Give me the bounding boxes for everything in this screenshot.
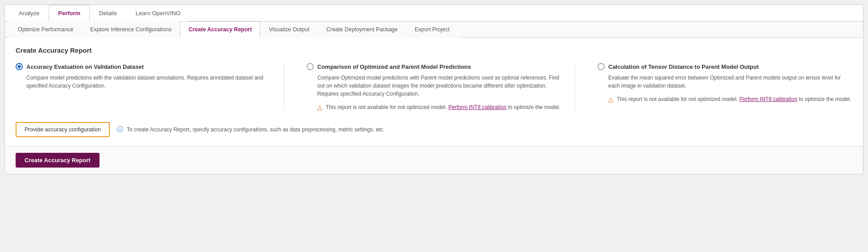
warning-link-2[interactable]: Perform INT8 calibration — [449, 104, 507, 110]
subtab-optimize-performance[interactable]: Optimize Performance — [9, 21, 82, 38]
subtab-export-project[interactable]: Export Project — [406, 21, 458, 38]
warning-text3-part2: to optimize the model. — [797, 96, 851, 102]
warning-text-2: This report is not available for not opt… — [326, 103, 561, 111]
option-header-3: Calculation of Tensor Distance to Parent… — [598, 63, 852, 70]
warning-box-3: △ This report is not available for not o… — [598, 95, 852, 103]
option-title-3: Calculation of Tensor Distance to Parent… — [608, 63, 759, 70]
warning-text2-part1: This report is not available for not opt… — [326, 104, 449, 110]
warning-box-2: △ This report is not available for not o… — [307, 103, 561, 111]
option-desc-1: Compare model predictions with the valid… — [16, 74, 270, 90]
radio-option-2[interactable] — [307, 63, 314, 70]
page-title: Create Accuracy Report — [16, 46, 852, 54]
option-desc-3: Evaluate the mean squared error between … — [598, 74, 852, 90]
warning-text3-part1: This report is not available for not opt… — [617, 96, 739, 102]
info-row: ⓘ To create Accuracy Report, specify acc… — [117, 126, 385, 134]
tab-learn-openvino[interactable]: Learn OpenVINO — [126, 5, 190, 21]
top-tab-bar: Analyze Perform Details Learn OpenVINO — [5, 5, 863, 21]
option-header-2: Comparison of Optimized and Parent Model… — [307, 63, 561, 70]
option-header-1: Accuracy Evaluation on Validation Datase… — [16, 63, 270, 70]
action-row: Provide accuracy configuration ⓘ To crea… — [16, 122, 852, 137]
options-row: Accuracy Evaluation on Validation Datase… — [16, 63, 852, 111]
option-title-2: Comparison of Optimized and Parent Model… — [317, 63, 471, 70]
warning-text2-part2: to optimize the model. — [507, 104, 561, 110]
subtab-explore-inference[interactable]: Explore Inference Configurations — [82, 21, 180, 38]
option-card-2: Comparison of Optimized and Parent Model… — [302, 63, 575, 111]
bottom-bar: Create Accuracy Report — [5, 146, 863, 174]
option-card-3: Calculation of Tensor Distance to Parent… — [593, 63, 852, 111]
warning-icon-2: △ — [317, 104, 322, 111]
main-container: Analyze Perform Details Learn OpenVINO O… — [4, 4, 864, 174]
create-accuracy-report-button[interactable]: Create Accuracy Report — [16, 153, 100, 168]
tab-details[interactable]: Details — [90, 5, 126, 21]
option-title-1: Accuracy Evaluation on Validation Datase… — [26, 63, 144, 70]
sub-tab-bar: Optimize Performance Explore Inference C… — [5, 21, 863, 38]
subtab-create-deployment[interactable]: Create Deployment Package — [318, 21, 406, 38]
radio-option-3[interactable] — [598, 63, 605, 70]
subtab-visualize-output[interactable]: Visualize Output — [260, 21, 318, 38]
subtab-create-accuracy-report[interactable]: Create Accuracy Report — [180, 21, 260, 38]
info-text: To create Accuracy Report, specify accur… — [127, 126, 385, 134]
option-card-1: Accuracy Evaluation on Validation Datase… — [16, 63, 284, 111]
provide-config-button[interactable]: Provide accuracy configuration — [16, 122, 110, 137]
warning-link-3[interactable]: Perform INT8 calibration — [739, 96, 797, 102]
option-desc-2: Compare Optimized model predictions with… — [307, 74, 561, 98]
warning-icon-3: △ — [608, 96, 613, 103]
tab-perform[interactable]: Perform — [49, 5, 90, 21]
info-icon: ⓘ — [117, 126, 123, 134]
radio-option-1[interactable] — [16, 63, 23, 70]
main-content-area: Create Accuracy Report Accuracy Evaluati… — [5, 38, 863, 146]
warning-text-3: This report is not available for not opt… — [617, 95, 851, 103]
tab-analyze[interactable]: Analyze — [9, 5, 49, 21]
